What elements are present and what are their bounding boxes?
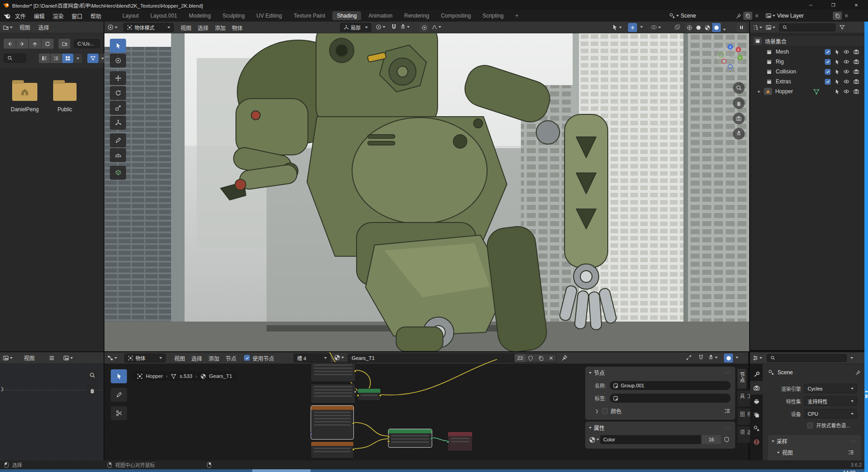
- tab-texture-paint[interactable]: Texture Paint: [289, 11, 330, 20]
- properties-section-header[interactable]: 属性: [589, 424, 605, 431]
- attribute-fake-user-icon[interactable]: [722, 436, 732, 443]
- selectable-icon[interactable]: [834, 89, 840, 95]
- selectable-icon[interactable]: [834, 59, 840, 65]
- secondary-pan-button[interactable]: [86, 385, 98, 396]
- hide-render-icon[interactable]: [853, 78, 859, 85]
- proportional-falloff-dropdown[interactable]: [431, 24, 441, 30]
- shader-editor[interactable]: 物体 视图 选择 添加 节点 使用节点 槽 4 Gears_T1 23: [104, 352, 748, 460]
- view-layer-new-button[interactable]: [833, 12, 842, 20]
- tab-scene-icon[interactable]: [750, 422, 763, 435]
- tab-layout[interactable]: Layout: [118, 11, 143, 20]
- tab-world-icon[interactable]: [750, 435, 763, 449]
- forward-button[interactable]: [16, 39, 28, 49]
- filter-button[interactable]: [87, 54, 99, 63]
- outliner-row-mesh[interactable]: Mesh: [750, 47, 864, 57]
- hide-render-icon[interactable]: [853, 88, 859, 95]
- expand-arrow-icon[interactable]: ►: [757, 89, 761, 94]
- gizmo-toggle[interactable]: [628, 23, 637, 32]
- tool-cursor[interactable]: [110, 54, 126, 68]
- overlays-toggle[interactable]: [651, 24, 661, 31]
- menu-edit[interactable]: 编辑: [30, 12, 49, 20]
- refresh-button[interactable]: [41, 39, 54, 49]
- editor-type-dropdown[interactable]: [3, 24, 13, 31]
- sidebar-expand-arrow[interactable]: ❯: [0, 386, 4, 391]
- pivot-point-dropdown[interactable]: [375, 24, 385, 30]
- hide-viewport-icon[interactable]: [843, 49, 850, 55]
- file-menu-select[interactable]: 选择: [34, 23, 53, 31]
- outliner-display-mode-dropdown[interactable]: [765, 24, 775, 31]
- menu-help[interactable]: 帮助: [86, 12, 105, 20]
- panel-drag-dots[interactable]: ::::: [725, 426, 731, 430]
- taskbar-scrollbar[interactable]: [252, 469, 311, 472]
- scene-browse-button[interactable]: [669, 13, 679, 19]
- outliner-filter-icon[interactable]: [839, 24, 845, 30]
- tab-scripting[interactable]: Scripting: [478, 11, 508, 20]
- view-layer-name[interactable]: View Layer: [777, 13, 831, 19]
- tool-add-cube[interactable]: [110, 166, 126, 180]
- viewport-menu-view[interactable]: 视图: [176, 24, 195, 32]
- viewport-zoom-button[interactable]: [733, 82, 745, 94]
- attribute-name-field[interactable]: Color: [600, 435, 701, 444]
- image-texture-node[interactable]: [311, 405, 354, 440]
- tool-measure[interactable]: [110, 148, 126, 162]
- outliner-row-collision[interactable]: Collision: [750, 67, 864, 77]
- file-browser[interactable]: 视图 选择 C:\Us... DanielPeng: [0, 22, 104, 351]
- tab-layout001[interactable]: Layout.001: [146, 11, 181, 20]
- outliner-search-input[interactable]: [779, 23, 836, 32]
- hide-viewport-icon[interactable]: [843, 68, 850, 75]
- display-mode-dropdown[interactable]: [74, 54, 82, 63]
- attribute-count-field[interactable]: 16: [702, 435, 721, 444]
- selectable-icon[interactable]: [834, 69, 840, 75]
- node-section-header[interactable]: 节点: [589, 369, 605, 377]
- selectable-icon[interactable]: [834, 79, 840, 85]
- color-checkbox[interactable]: [602, 408, 608, 414]
- tool-annotate[interactable]: [110, 133, 126, 147]
- tab-modeling[interactable]: Modeling: [185, 11, 216, 20]
- scene-name[interactable]: Scene: [681, 13, 734, 19]
- proportional-editing-toggle[interactable]: [420, 23, 429, 32]
- minimize-button[interactable]: ─: [800, 3, 822, 8]
- tab-animation[interactable]: Animation: [364, 11, 397, 20]
- display-list-vertical-button[interactable]: [39, 54, 50, 63]
- viewport-3d[interactable]: 物体模式 视图 选择 添加 物体 局部: [104, 22, 749, 351]
- hide-render-icon[interactable]: [853, 68, 859, 75]
- display-list-horizontal-button[interactable]: [50, 54, 62, 63]
- outliner-row-hopper[interactable]: ► Hopper: [750, 86, 864, 96]
- tab-render-icon[interactable]: [750, 381, 763, 395]
- exclude-checkbox[interactable]: [825, 69, 831, 75]
- viewport-pan-button[interactable]: [733, 97, 745, 109]
- tool-transform[interactable]: [110, 116, 126, 130]
- pin-id-icon[interactable]: [855, 370, 861, 376]
- panel-drag-dots[interactable]: ::::: [850, 439, 856, 443]
- outliner-row-rig[interactable]: Rig: [750, 57, 864, 67]
- shading-material-button[interactable]: [703, 23, 712, 32]
- hide-viewport-icon[interactable]: [843, 88, 850, 95]
- secondary-zoom-button[interactable]: [86, 369, 98, 381]
- group-node[interactable]: [388, 429, 432, 448]
- viewport-menu-add[interactable]: 添加: [211, 24, 230, 32]
- exclude-checkbox[interactable]: [825, 79, 831, 85]
- outliner-row-scene-collection[interactable]: 场景集合: [750, 36, 864, 46]
- scene-pin-icon[interactable]: [736, 13, 741, 19]
- attribute-type-dropdown[interactable]: [589, 436, 599, 443]
- hide-viewport-icon[interactable]: [843, 59, 850, 65]
- shading-wireframe-button[interactable]: [685, 23, 694, 32]
- properties-options-dropdown[interactable]: [850, 357, 853, 359]
- viewport-menu-select[interactable]: 选择: [194, 24, 212, 32]
- viewport-menu-object[interactable]: 物体: [228, 24, 247, 32]
- snap-toggle[interactable]: [391, 24, 397, 30]
- engine-dropdown[interactable]: Cycles: [804, 384, 857, 393]
- folder-item-danielpeng[interactable]: DanielPeng: [9, 83, 41, 113]
- gizmo-dropdown[interactable]: [640, 26, 643, 28]
- outliner[interactable]: 场景集合 Mesh Rig Collision: [750, 22, 864, 350]
- shading-dropdown[interactable]: [723, 29, 726, 31]
- snap-target-dropdown[interactable]: [400, 24, 410, 30]
- selectable-icon[interactable]: [834, 49, 840, 55]
- hamburger-menu-icon[interactable]: [49, 355, 55, 361]
- tab-output-icon[interactable]: [750, 395, 763, 408]
- mode-dropdown[interactable]: 物体模式: [123, 23, 174, 32]
- close-button[interactable]: ✕: [845, 3, 868, 8]
- tab-tool-icon[interactable]: [750, 368, 763, 381]
- small-node[interactable]: [357, 388, 381, 401]
- menu-file[interactable]: 文件: [11, 12, 30, 20]
